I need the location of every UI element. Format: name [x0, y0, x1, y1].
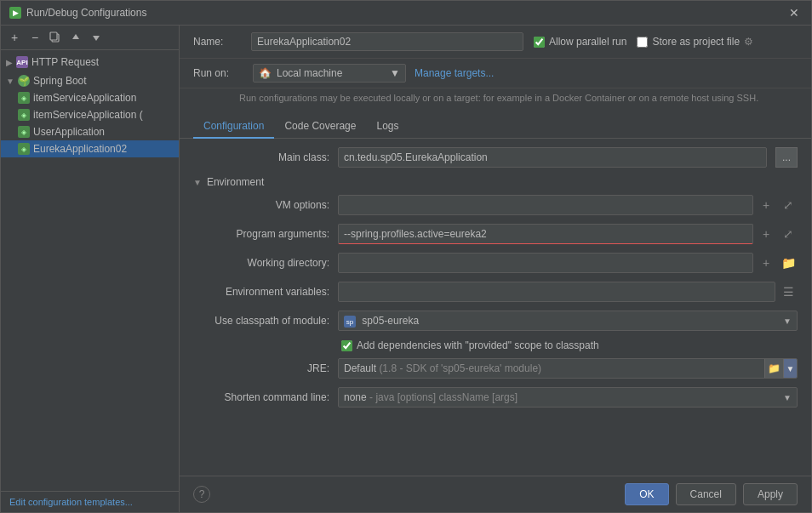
working-dir-add-button[interactable]: + [757, 254, 775, 272]
env-vars-edit-button[interactable]: ☰ [779, 282, 798, 301]
help-button[interactable]: ? [193, 486, 210, 503]
tree-group-http: ▶ API HTTP Request [1, 54, 179, 71]
module-icon: sp [344, 316, 356, 328]
cancel-button[interactable]: Cancel [676, 483, 736, 505]
sidebar-item-spring-boot[interactable]: ▼ 🌱 Spring Boot [1, 72, 179, 89]
program-args-input[interactable] [338, 224, 753, 244]
tab-code-coverage[interactable]: Code Coverage [274, 115, 366, 139]
vm-options-label: VM options: [193, 199, 329, 211]
shorten-cmd-detail: - java [options] className [args] [369, 391, 518, 403]
sidebar: + − ▶ API HTTP Request [1, 26, 180, 512]
classpath-module-value: sp sp05-eureka [344, 315, 419, 328]
main-content: + − ▶ API HTTP Request [1, 26, 811, 512]
working-dir-folder-button[interactable]: 📁 [779, 254, 798, 272]
program-args-expand-button[interactable]: ⤢ [779, 225, 798, 243]
working-dir-input[interactable] [338, 253, 753, 273]
sidebar-item-itemserviceapp2[interactable]: ◈ itemServiceApplication ( [1, 106, 179, 123]
bottom-left: ? [193, 486, 210, 503]
bottom-bar: ? OK Cancel Apply [180, 476, 811, 512]
environment-toggle[interactable]: ▼ [193, 178, 202, 187]
chevron-down-icon: ▼ [6, 77, 14, 86]
shorten-cmd-value: none - java [options] className [args] [344, 391, 518, 403]
env-vars-input-group: ☰ [338, 282, 798, 302]
add-deps-checkbox-label[interactable]: Add dependencies with "provided" scope t… [341, 339, 599, 351]
program-args-add-button[interactable]: + [757, 225, 775, 243]
http-icon: API [16, 56, 28, 68]
run-on-home-icon: 🏠 [259, 67, 272, 79]
add-deps-checkbox[interactable] [341, 340, 352, 351]
manage-targets-link[interactable]: Manage targets... [415, 67, 494, 79]
allow-parallel-label: Allow parallel run [549, 36, 626, 48]
jre-dropdown-button[interactable]: ▼ [783, 359, 797, 378]
working-dir-input-group: + 📁 [338, 253, 798, 273]
dialog-title: Run/Debug Configurations [26, 7, 146, 19]
item3-label: UserApplication [33, 126, 105, 138]
name-label: Name: [193, 36, 244, 48]
app-icon-3: ◈ [18, 126, 30, 138]
store-project-checkbox-label[interactable]: Store as project file ⚙ [637, 36, 753, 48]
run-on-row: Run on: 🏠 Local machine ▼ Manage targets… [180, 59, 811, 88]
classpath-module-arrow: ▼ [783, 316, 792, 326]
vm-options-input[interactable] [338, 195, 753, 215]
add-config-button[interactable]: + [6, 29, 23, 46]
gear-icon: ⚙ [744, 36, 753, 48]
tab-logs[interactable]: Logs [366, 115, 409, 139]
run-on-value: Local machine [277, 67, 342, 79]
item2-label: itemServiceApplication ( [33, 109, 143, 121]
copy-config-button[interactable] [47, 29, 64, 46]
add-deps-label: Add dependencies with "provided" scope t… [357, 339, 599, 351]
main-class-browse-button[interactable]: ... [775, 147, 798, 168]
program-args-input-group: + ⤢ [338, 224, 798, 244]
jre-row: JRE: Default (1.8 - SDK of 'sp05-eureka'… [193, 358, 798, 379]
main-class-input[interactable] [338, 147, 767, 168]
env-vars-row: Environment variables: ☰ [193, 282, 798, 302]
run-on-dropdown-inner: 🏠 Local machine [259, 67, 342, 79]
vm-options-add-button[interactable]: + [757, 196, 775, 214]
vm-options-expand-button[interactable]: ⤢ [779, 196, 798, 214]
sidebar-item-itemserviceapp[interactable]: ◈ itemServiceApplication [1, 89, 179, 106]
add-deps-row: Add dependencies with "provided" scope t… [193, 339, 798, 351]
classpath-module-row: Use classpath of module: sp sp05-eureka … [193, 311, 798, 331]
name-field-row: Name: [193, 32, 523, 51]
remove-config-button[interactable]: − [26, 29, 43, 46]
sidebar-item-userapplication[interactable]: ◈ UserApplication [1, 123, 179, 140]
ok-button[interactable]: OK [625, 483, 668, 505]
sidebar-tree: ▶ API HTTP Request ▼ 🌱 Spring Boot ◈ ite… [1, 50, 179, 491]
env-vars-input[interactable] [338, 282, 775, 302]
name-input[interactable] [251, 32, 523, 51]
allow-parallel-checkbox[interactable] [534, 37, 545, 48]
close-button[interactable]: ✕ [786, 6, 803, 20]
jre-label: JRE: [193, 362, 329, 374]
environment-section-header: ▼ Environment [193, 176, 798, 188]
edit-templates-link[interactable]: Edit configuration templates... [1, 491, 179, 512]
name-bar: Name: Allow parallel run Store as projec… [180, 26, 811, 59]
apply-button[interactable]: Apply [743, 483, 798, 505]
classpath-module-select[interactable]: sp sp05-eureka ▼ [338, 311, 798, 331]
shorten-cmd-label: Shorten command line: [193, 391, 329, 403]
store-project-checkbox[interactable] [637, 37, 648, 48]
config-panel: Main class: ... ▼ Environment VM options… [180, 139, 811, 476]
shorten-cmd-row: Shorten command line: none - java [optio… [193, 387, 798, 408]
sidebar-item-eurekaapplication02[interactable]: ◈ EurekaApplication02 [1, 140, 179, 157]
sidebar-toolbar: + − [1, 26, 179, 50]
title-bar-left: ▶ Run/Debug Configurations [9, 7, 146, 19]
run-on-dropdown-arrow: ▼ [390, 67, 400, 79]
shorten-cmd-select[interactable]: none - java [options] className [args] ▼ [338, 387, 798, 408]
working-dir-label: Working directory: [193, 257, 329, 269]
tab-configuration[interactable]: Configuration [193, 115, 274, 139]
tree-group-spring-boot: ▼ 🌱 Spring Boot ◈ itemServiceApplication… [1, 72, 179, 157]
move-up-button[interactable] [67, 29, 84, 46]
run-on-dropdown[interactable]: 🏠 Local machine ▼ [253, 64, 406, 83]
program-args-label: Program arguments: [193, 228, 329, 240]
app-icon-2: ◈ [18, 109, 30, 121]
vm-options-input-group: + ⤢ [338, 195, 798, 215]
sidebar-item-http-request[interactable]: ▶ API HTTP Request [1, 54, 179, 71]
working-dir-row: Working directory: + 📁 [193, 253, 798, 273]
jre-folder-button[interactable]: 📁 [764, 359, 783, 378]
shorten-cmd-arrow: ▼ [783, 393, 792, 402]
allow-parallel-checkbox-label[interactable]: Allow parallel run [534, 36, 626, 48]
spring-boot-label: Spring Boot [33, 75, 87, 87]
main-class-label: Main class: [193, 151, 329, 163]
run-on-label: Run on: [193, 67, 244, 79]
move-down-button[interactable] [88, 29, 105, 46]
